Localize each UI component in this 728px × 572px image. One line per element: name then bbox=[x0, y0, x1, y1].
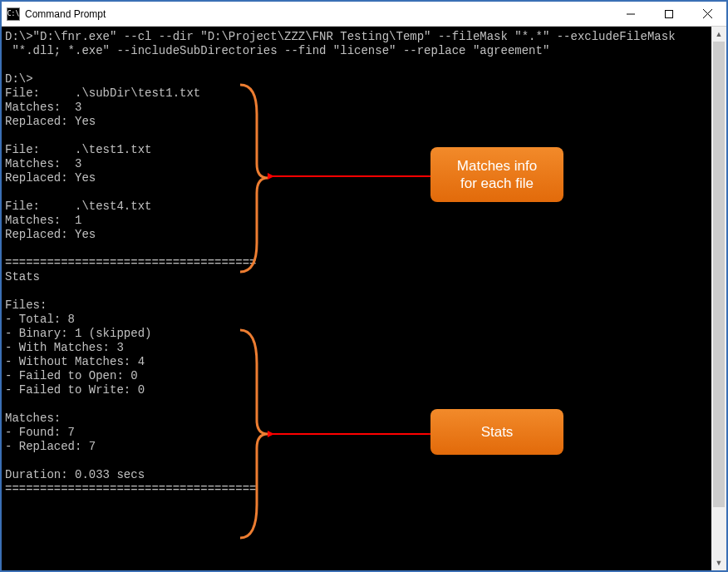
separator-top: ==================================== bbox=[5, 256, 256, 269]
window-title: Command Prompt bbox=[25, 8, 106, 20]
stats-matches-header: Matches: bbox=[5, 412, 61, 425]
stats-header: Stats bbox=[5, 270, 40, 284]
scroll-up-arrow-icon[interactable]: ▲ bbox=[711, 27, 726, 42]
stats-files-header: Files: bbox=[5, 298, 47, 312]
vertical-scrollbar[interactable]: ▲ ▼ bbox=[711, 27, 726, 570]
stats-files-1: - Binary: 1 (skipped) bbox=[5, 327, 151, 340]
file-entry-2-replaced: Replaced: Yes bbox=[5, 228, 96, 241]
file-entry-0-file: File: .\subDir\test1.txt bbox=[5, 86, 200, 100]
console-output[interactable]: D:\>"D:\fnr.exe" --cl --dir "D:\Project\… bbox=[2, 27, 711, 570]
duration-line: Duration: 0.033 secs bbox=[5, 468, 145, 481]
scroll-down-arrow-icon[interactable]: ▼ bbox=[711, 555, 726, 570]
cmd-icon: C:\ bbox=[7, 7, 20, 21]
close-button[interactable] bbox=[688, 2, 726, 27]
callout-stats: Stats bbox=[430, 409, 563, 455]
scroll-thumb[interactable] bbox=[713, 42, 725, 507]
stats-files-0: - Total: 8 bbox=[5, 313, 75, 326]
maximize-button[interactable] bbox=[650, 2, 688, 27]
cmd-icon-label: C:\ bbox=[7, 11, 19, 17]
file-entry-0-matches: Matches: 3 bbox=[5, 101, 81, 114]
file-entry-2-matches: Matches: 1 bbox=[5, 214, 81, 227]
console-area: D:\>"D:\fnr.exe" --cl --dir "D:\Project\… bbox=[2, 27, 726, 570]
separator-bottom: ==================================== bbox=[5, 482, 256, 496]
file-entry-1-file: File: .\test1.txt bbox=[5, 143, 151, 156]
stats-matches-1: - Replaced: 7 bbox=[5, 440, 96, 453]
file-entry-0-replaced: Replaced: Yes bbox=[5, 115, 96, 128]
file-entry-2-file: File: .\test4.txt bbox=[5, 200, 151, 213]
cmd-line-1: D:\>"D:\fnr.exe" --cl --dir "D:\Project\… bbox=[5, 30, 676, 43]
titlebar: C:\ Command Prompt bbox=[2, 2, 726, 27]
callout-matches-info: Matches info for each file bbox=[430, 147, 563, 202]
file-entry-1-replaced: Replaced: Yes bbox=[5, 171, 96, 185]
stats-files-4: - Failed to Open: 0 bbox=[5, 369, 138, 382]
stats-matches-0: - Found: 7 bbox=[5, 426, 75, 439]
svg-rect-1 bbox=[666, 10, 673, 17]
stats-files-2: - With Matches: 3 bbox=[5, 341, 124, 354]
file-entry-1-matches: Matches: 3 bbox=[5, 157, 81, 170]
minimize-button[interactable] bbox=[612, 2, 650, 27]
stats-files-5: - Failed to Write: 0 bbox=[5, 383, 145, 397]
stats-files-3: - Without Matches: 4 bbox=[5, 355, 145, 368]
prompt-line: D:\> bbox=[5, 72, 33, 86]
cmd-line-2: "*.dll; *.exe" --includeSubDirectories -… bbox=[5, 44, 549, 57]
